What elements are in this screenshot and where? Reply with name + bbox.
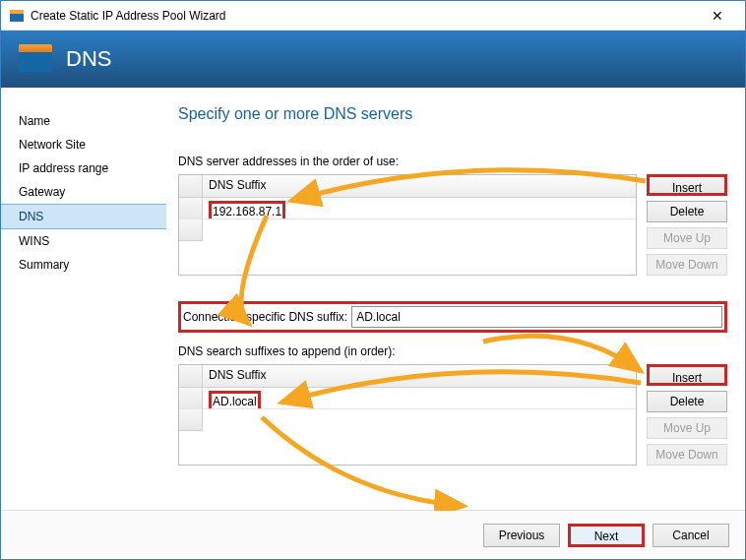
cancel-button[interactable]: Cancel bbox=[653, 524, 729, 547]
moveup-button: Move Up bbox=[647, 227, 727, 249]
dns-suffix-row: Connection specific DNS suffix: bbox=[178, 301, 727, 333]
wizard-window: Create Static IP Address Pool Wizard ✕ D… bbox=[0, 0, 746, 560]
window-title: Create Static IP Address Pool Wizard bbox=[31, 9, 698, 23]
grid-column-dns-suffix[interactable]: DNS Suffix bbox=[203, 175, 636, 197]
grid-cell[interactable] bbox=[203, 409, 636, 431]
banner-heading: DNS bbox=[66, 46, 111, 72]
grid-column-dns-suffix[interactable]: DNS Suffix bbox=[203, 365, 636, 387]
sidebar-item-network-site[interactable]: Network Site bbox=[1, 133, 166, 156]
wizard-steps: Name Network Site IP address range Gatew… bbox=[1, 88, 166, 510]
wizard-content: Specify one or more DNS servers DNS serv… bbox=[166, 88, 745, 510]
table-row[interactable]: 192.168.87.1 bbox=[179, 198, 636, 219]
svg-rect-1 bbox=[10, 10, 24, 14]
page-heading: Specify one or more DNS servers bbox=[178, 105, 727, 123]
row-header bbox=[179, 409, 203, 431]
dns-servers-area: DNS Suffix 192.168.87.1 Insert Delete Mo… bbox=[178, 174, 727, 276]
dns-servers-grid[interactable]: DNS Suffix 192.168.87.1 bbox=[178, 174, 637, 276]
sidebar-item-dns[interactable]: DNS bbox=[1, 204, 166, 229]
dns-suffix-input[interactable] bbox=[351, 306, 722, 328]
dns-search-grid[interactable]: DNS Suffix AD.local bbox=[178, 364, 637, 466]
grid-cell[interactable] bbox=[203, 219, 636, 241]
highlight: 192.168.87.1 bbox=[209, 201, 285, 219]
sidebar-item-gateway[interactable]: Gateway bbox=[1, 180, 166, 204]
table-row[interactable] bbox=[179, 409, 636, 431]
titlebar: Create Static IP Address Pool Wizard ✕ bbox=[1, 1, 745, 31]
moveup-button: Move Up bbox=[647, 417, 727, 439]
delete-button[interactable]: Delete bbox=[647, 201, 727, 222]
grid-cell[interactable]: 192.168.87.1 bbox=[203, 198, 636, 219]
row-header-corner bbox=[179, 175, 203, 197]
sidebar-item-ip-range[interactable]: IP address range bbox=[1, 156, 166, 180]
row-header bbox=[179, 219, 203, 241]
dns-search-buttons: Insert Delete Move Up Move Down bbox=[647, 364, 727, 466]
banner-icon bbox=[19, 46, 52, 72]
row-header bbox=[179, 388, 203, 409]
wizard-banner: DNS bbox=[1, 31, 745, 88]
wizard-footer: Previous Next Cancel bbox=[1, 510, 745, 559]
previous-button[interactable]: Previous bbox=[483, 524, 560, 547]
grid-header: DNS Suffix bbox=[179, 175, 636, 198]
grid-header: DNS Suffix bbox=[179, 365, 636, 388]
insert-button[interactable]: Insert bbox=[647, 364, 727, 386]
dns-search-area: DNS Suffix AD.local Insert Delete Move U… bbox=[178, 364, 727, 466]
close-button[interactable]: ✕ bbox=[698, 8, 737, 24]
section1-label: DNS server addresses in the order of use… bbox=[178, 155, 727, 168]
delete-button[interactable]: Delete bbox=[647, 391, 727, 412]
section2-label: DNS search suffixes to append (in order)… bbox=[178, 344, 727, 358]
table-row[interactable]: AD.local bbox=[179, 388, 636, 409]
app-icon bbox=[9, 8, 25, 24]
sidebar-item-summary[interactable]: Summary bbox=[1, 253, 166, 277]
next-button[interactable]: Next bbox=[568, 524, 645, 547]
insert-button[interactable]: Insert bbox=[647, 174, 727, 196]
row-header bbox=[179, 198, 203, 219]
sidebar-item-wins[interactable]: WINS bbox=[1, 229, 166, 253]
grid-cell[interactable]: AD.local bbox=[203, 388, 636, 409]
table-row[interactable] bbox=[179, 219, 636, 241]
wizard-body: Name Network Site IP address range Gatew… bbox=[1, 88, 745, 510]
row-header-corner bbox=[179, 365, 203, 387]
dns-servers-buttons: Insert Delete Move Up Move Down bbox=[647, 174, 727, 276]
movedown-button: Move Down bbox=[647, 254, 727, 276]
dns-suffix-label: Connection specific DNS suffix: bbox=[183, 310, 347, 324]
sidebar-item-name[interactable]: Name bbox=[1, 109, 166, 133]
highlight: AD.local bbox=[209, 391, 261, 409]
movedown-button: Move Down bbox=[647, 444, 727, 466]
